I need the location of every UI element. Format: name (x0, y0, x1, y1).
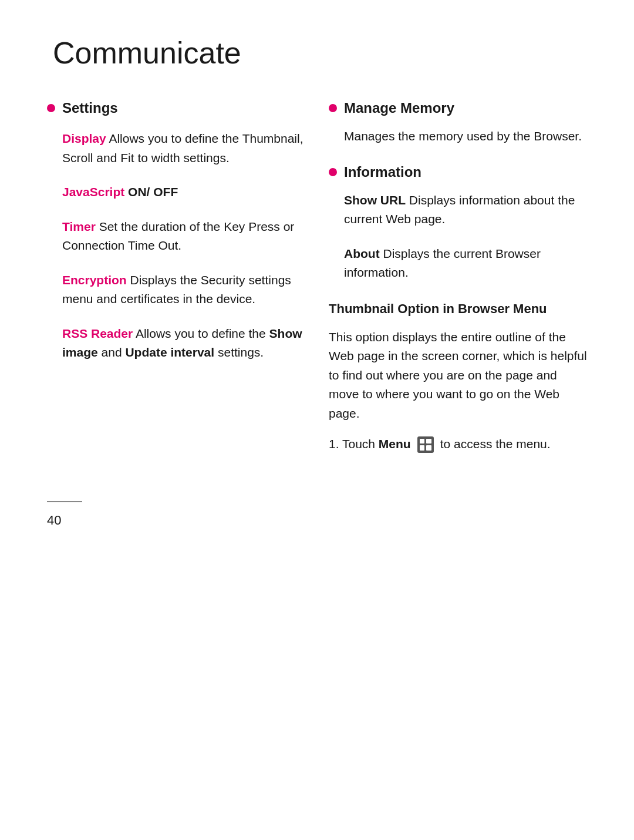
manage-memory-header: Manage Memory (329, 100, 587, 116)
encryption-label: Encryption (62, 273, 127, 287)
settings-title: Settings (62, 100, 118, 116)
instruction-suffix: to access the menu. (440, 435, 551, 454)
menu-icon-dot-3 (420, 445, 425, 451)
timer-text: Set the duration of the Key Press or Con… (62, 220, 294, 253)
encryption-item: Encryption Displays the Security setting… (62, 271, 305, 309)
manage-memory-title: Manage Memory (344, 100, 454, 116)
instruction-text: 1. Touch Menu (329, 435, 411, 454)
menu-icon-dot-4 (426, 445, 431, 451)
show-url-label: Show URL (344, 193, 406, 207)
information-body: Show URL Displays information about the … (329, 191, 587, 283)
information-header: Information (329, 164, 587, 180)
touch-instruction: 1. Touch Menu to access the menu. (329, 435, 587, 454)
menu-icon-dot-2 (426, 439, 431, 444)
about-item: About Displays the current Browser infor… (344, 244, 587, 283)
update-interval-label: Update interval (125, 345, 214, 359)
thumbnail-body: This option displays the entire outline … (329, 328, 587, 424)
javascript-value: ON/ OFF (128, 185, 178, 199)
show-url-item: Show URL Displays information about the … (344, 191, 587, 229)
javascript-label: JavaScript (62, 185, 124, 199)
display-label: Display (62, 132, 106, 145)
rss-reader-label: RSS Reader (62, 327, 133, 340)
page-number: 40 (47, 513, 587, 528)
manage-memory-section: Manage Memory Manages the memory used by… (329, 100, 587, 146)
javascript-item: JavaScript ON/ OFF (62, 183, 305, 202)
timer-item: Timer Set the duration of the Key Press … (62, 217, 305, 256)
settings-section-header: Settings (47, 100, 305, 116)
page-footer (47, 501, 82, 508)
about-label: About (344, 247, 380, 260)
thumbnail-section: Thumbnail Option in Browser Menu This op… (329, 300, 587, 454)
information-title: Information (344, 164, 421, 180)
left-column: Settings Display Allows you to define th… (47, 100, 305, 378)
menu-icon-dot-1 (420, 439, 425, 444)
menu-word: Menu (379, 437, 411, 451)
timer-label: Timer (62, 220, 96, 233)
information-section: Information Show URL Displays informatio… (329, 164, 587, 283)
manage-memory-bullet (329, 104, 337, 112)
manage-memory-body: Manages the memory used by the Browser. (329, 127, 587, 146)
manage-memory-text: Manages the memory used by the Browser. (344, 129, 582, 143)
menu-icon (417, 436, 434, 453)
page-title: Communicate (47, 35, 587, 70)
settings-body: Display Allows you to define the Thumbna… (47, 129, 305, 362)
content-columns: Settings Display Allows you to define th… (47, 100, 587, 454)
information-bullet (329, 168, 337, 176)
settings-bullet (47, 104, 55, 112)
right-column: Manage Memory Manages the memory used by… (329, 100, 587, 454)
thumbnail-title: Thumbnail Option in Browser Menu (329, 300, 587, 318)
rss-reader-item: RSS Reader Allows you to define the Show… (62, 324, 305, 362)
display-item: Display Allows you to define the Thumbna… (62, 129, 305, 167)
